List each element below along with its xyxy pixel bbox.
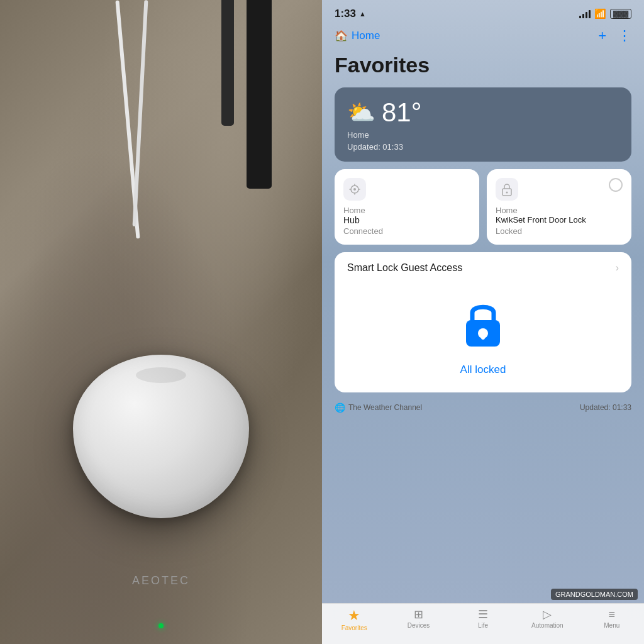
nav-bar: 🏠 Home + ⋮ [322,25,644,50]
home-nav[interactable]: 🏠 Home [335,30,380,43]
location-arrow-icon: ▲ [359,10,366,18]
favorites-label: Favorites [341,625,367,631]
hub-card-location: Home [343,206,470,215]
home-nav-label: Home [352,30,380,42]
svg-point-1 [353,188,356,191]
lock-small-icon [496,178,518,201]
device-led [158,623,164,628]
lock-svg-icon [501,182,513,196]
hub-svg-icon [348,183,361,196]
status-time: 1:33 ▲ [335,8,366,20]
black-stand-2 [221,0,234,126]
devices-label: Devices [408,622,430,629]
lock-all-status: All locked [460,364,506,376]
smart-lock-title: Smart Lock Guest Access [347,262,462,274]
page-title: Favorites [322,50,644,87]
concrete-background: Aeotec [0,0,322,644]
life-label: Life [478,622,488,629]
weather-location: Home [347,130,422,140]
chevron-right-icon: › [616,262,619,274]
smart-lock-card[interactable]: Smart Lock Guest Access › All locked [335,252,631,392]
lock-card-location: Home [496,206,623,215]
smart-lock-header: Smart Lock Guest Access › [347,262,619,274]
lock-card-status: Locked [496,226,623,236]
more-button[interactable]: ⋮ [618,28,631,44]
tab-bar: ★ Favorites ⊞ Devices ☰ Life ▷ Automatio… [322,603,644,644]
weather-temperature: 81° [382,97,422,128]
battery-icon: ▓▓▓ [610,9,631,19]
black-stand-1 [247,0,272,189]
lock-card[interactable]: Home KwikSet Front Door Lock Locked [487,169,631,245]
left-panel: Aeotec [0,0,322,644]
weather-footer: 🌐 The Weather Channel Updated: 01:33 [322,397,644,418]
device-top-indent [136,367,186,383]
watermark: GRANDGOLDMAN.COM [551,589,638,600]
tab-devices[interactable]: ⊞ Devices [400,609,438,629]
automation-icon: ▷ [543,609,552,620]
aeotec-device [73,355,249,518]
content-area: ⛅ 81° Home Updated: 01:33 [322,87,644,392]
home-nav-icon: 🏠 [335,30,348,43]
circle-indicator [609,178,623,192]
add-button[interactable]: + [598,28,606,44]
smart-lock-content: All locked [347,284,619,382]
weather-icon-temp: ⛅ 81° [347,97,422,128]
hub-card[interactable]: Home Hub Connected [335,169,479,245]
large-lock-svg [461,296,505,349]
tab-favorites[interactable]: ★ Favorites [335,609,373,631]
lock-card-name: KwikSet Front Door Lock [496,215,623,225]
right-panel: 1:33 ▲ 📶 ▓▓▓ 🏠 Home + ⋮ Favorites [322,0,644,644]
menu-icon: ≡ [608,609,615,620]
brand-label: Aeotec [132,574,190,587]
svg-point-7 [506,192,508,194]
hub-icon [343,178,366,201]
wifi-icon: 📶 [594,8,606,19]
hub-card-status: Connected [343,226,470,236]
tab-automation[interactable]: ▷ Automation [528,609,566,629]
favorites-icon: ★ [348,609,360,623]
automation-label: Automation [531,622,564,629]
weather-card[interactable]: ⛅ 81° Home Updated: 01:33 [335,87,631,162]
hub-card-name: Hub [343,215,470,225]
weather-left: ⛅ 81° Home Updated: 01:33 [347,97,422,152]
status-icons: 📶 ▓▓▓ [579,8,631,19]
life-icon: ☰ [478,609,488,620]
white-cable-2 [133,0,148,226]
weather-channel-logo: 🌐 The Weather Channel [335,402,422,413]
time-label: 1:33 [335,8,356,20]
svg-rect-10 [481,333,485,340]
status-bar: 1:33 ▲ 📶 ▓▓▓ [322,0,644,25]
menu-label: Menu [604,622,619,629]
weather-channel-icon: 🌐 [335,402,345,413]
weather-updated: Updated: 01:33 [347,142,422,152]
signal-icon [579,9,591,18]
weather-footer-updated: Updated: 01:33 [580,403,631,412]
devices-icon: ⊞ [414,609,423,620]
weather-channel-label: The Weather Channel [348,403,422,412]
tab-life[interactable]: ☰ Life [464,609,502,629]
weather-cloud-icon: ⛅ [347,101,375,124]
nav-actions: + ⋮ [598,28,631,44]
lock-large-icon [461,296,505,356]
device-cards-row: Home Hub Connected Home [335,169,631,245]
tab-menu[interactable]: ≡ Menu [593,609,631,629]
